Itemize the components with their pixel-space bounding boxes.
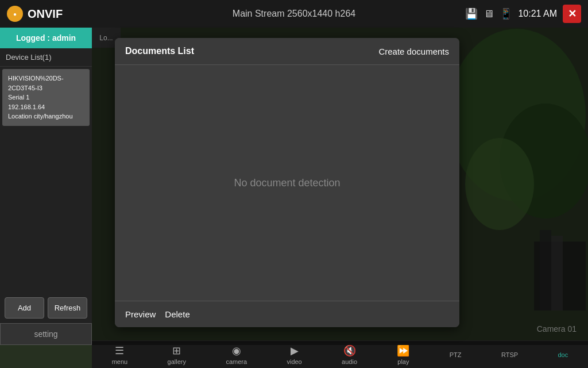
app-title: ONVIF xyxy=(28,7,63,21)
top-bar-controls: 💾 🖥 📱 10:21 AM ✕ xyxy=(465,5,581,23)
time-display: 10:21 AM xyxy=(518,9,557,19)
nav-camera-label: camera xyxy=(226,358,247,365)
add-button[interactable]: Add xyxy=(5,297,44,319)
nav-play[interactable]: ⏩ play xyxy=(392,342,414,367)
device-name: HIKVISION%20DS-2CD3T45-I3 xyxy=(8,74,84,93)
dialog-header: Documents List Create documents xyxy=(115,38,459,65)
dialog-footer: Preview Delete xyxy=(115,301,459,327)
delete-button[interactable]: Delete xyxy=(165,309,189,319)
dialog-body: No document detection xyxy=(115,65,459,301)
nav-video[interactable]: ▶ video xyxy=(282,342,306,367)
nav-menu[interactable]: ☰ menu xyxy=(107,342,133,367)
nav-audio-label: audio xyxy=(342,358,357,365)
preview-button[interactable]: Preview xyxy=(125,309,156,319)
nav-gallery-label: gallery xyxy=(168,358,186,365)
nav-rtsp-label: RTSP xyxy=(501,351,518,358)
svg-text:●: ● xyxy=(13,11,17,17)
setting-button[interactable]: setting xyxy=(0,323,92,345)
close-button[interactable]: ✕ xyxy=(563,5,581,23)
refresh-button[interactable]: Refresh xyxy=(48,297,87,319)
device-list-header: Device List(1) xyxy=(0,48,92,67)
nav-audio[interactable]: 🔇 audio xyxy=(337,342,362,367)
app-branding: ● ONVIF xyxy=(7,6,63,22)
nav-play-label: play xyxy=(397,358,409,365)
logged-badge: Logged : admin xyxy=(0,28,92,48)
dialog-title: Documents List xyxy=(125,46,194,56)
app-logo: ● xyxy=(7,6,23,22)
network-icon: 🖥 xyxy=(483,8,494,20)
left-panel: Logged : admin Device List(1) HIKVISION%… xyxy=(0,28,92,345)
panel-buttons: Add Refresh xyxy=(0,293,92,323)
video-icon: ▶ xyxy=(291,344,299,357)
empty-message: No document detection xyxy=(234,177,340,189)
nav-doc[interactable]: doc xyxy=(553,349,572,361)
nav-menu-label: menu xyxy=(112,358,128,365)
top-bar: ● ONVIF Main Stream 2560x1440 h264 💾 🖥 📱… xyxy=(0,0,588,28)
play-icon: ⏩ xyxy=(397,344,409,357)
device-ip: 192.168.1.64 xyxy=(8,102,84,112)
dialog-overlay: Documents List Create documents No docum… xyxy=(92,28,588,345)
gallery-icon: ⊞ xyxy=(172,344,181,357)
camera-icon: ◉ xyxy=(232,344,241,357)
storage-icon: 💾 xyxy=(465,7,478,20)
nav-camera[interactable]: ◉ camera xyxy=(221,342,252,367)
menu-icon: ☰ xyxy=(115,344,124,357)
stream-info: Main Stream 2560x1440 h264 xyxy=(233,9,355,19)
nav-video-label: video xyxy=(287,358,301,365)
nav-doc-label: doc xyxy=(558,351,568,358)
nav-rtsp[interactable]: RTSP xyxy=(497,349,523,361)
device-item[interactable]: HIKVISION%20DS-2CD3T45-I3 Serial 1 192.1… xyxy=(2,69,90,126)
nav-gallery[interactable]: ⊞ gallery xyxy=(163,342,191,367)
device-serial: Serial 1 xyxy=(8,93,84,102)
documents-dialog: Documents List Create documents No docum… xyxy=(115,38,459,327)
device-location: Location city/hangzhou xyxy=(8,112,84,121)
create-documents-button[interactable]: Create documents xyxy=(378,47,449,56)
nav-ptz[interactable]: PTZ xyxy=(445,349,466,361)
nav-ptz-label: PTZ xyxy=(450,351,462,358)
mobile-icon: 📱 xyxy=(500,7,512,20)
audio-icon: 🔇 xyxy=(343,344,356,357)
